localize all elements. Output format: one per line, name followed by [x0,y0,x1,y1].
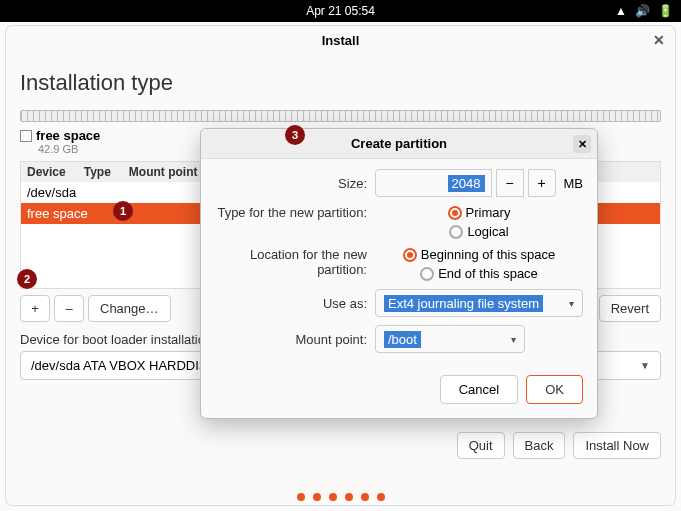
col-mount[interactable]: Mount point [129,165,198,179]
clock: Apr 21 05:54 [306,4,375,18]
network-icon[interactable]: ▲ [615,4,627,18]
location-label: Location for the new partition: [215,247,375,277]
free-space-checkbox[interactable] [20,130,32,142]
callout-2: 2 [17,269,37,289]
callout-1: 1 [113,201,133,221]
quit-button[interactable]: Quit [457,432,505,459]
radio-primary[interactable]: Primary [448,205,511,220]
size-input[interactable]: 2048 [375,169,492,197]
use-as-select[interactable]: Ext4 journaling file system ▾ [375,289,583,317]
callout-3: 3 [285,125,305,145]
radio-logical[interactable]: Logical [449,224,508,239]
revert-button[interactable]: Revert [599,295,661,322]
page-title: Installation type [20,70,661,96]
install-now-button[interactable]: Install Now [573,432,661,459]
use-as-label: Use as: [215,296,375,311]
ok-button[interactable]: OK [526,375,583,404]
create-partition-dialog: 3 Create partition ✕ Size: 2048 − + MB T… [200,128,598,419]
chevron-down-icon: ▾ [569,298,574,309]
back-button[interactable]: Back [513,432,566,459]
mount-point-select[interactable]: /boot ▾ [375,325,525,353]
close-icon[interactable]: ✕ [651,32,667,48]
change-partition-button[interactable]: Change… [88,295,171,322]
free-space-label: free space [36,128,100,143]
battery-icon[interactable]: 🔋 [658,4,673,18]
partition-ruler [20,110,661,122]
size-decrement-button[interactable]: − [496,169,524,197]
col-type[interactable]: Type [84,165,111,179]
remove-partition-button[interactable]: – [54,295,84,322]
mount-point-label: Mount point: [215,332,375,347]
volume-icon[interactable]: 🔊 [635,4,650,18]
size-increment-button[interactable]: + [528,169,556,197]
window-title: Install [322,33,360,48]
dialog-title: Create partition [351,136,447,151]
col-device[interactable]: Device [27,165,66,179]
window-titlebar: Install ✕ [6,26,675,54]
chevron-down-icon: ▼ [640,360,650,371]
progress-dots [6,493,675,501]
radio-beginning[interactable]: Beginning of this space [403,247,555,262]
dialog-close-icon[interactable]: ✕ [573,135,591,153]
size-unit: MB [564,176,584,191]
top-bar: Apr 21 05:54 ▲ 🔊 🔋 [0,0,681,22]
radio-end[interactable]: End of this space [420,266,538,281]
chevron-down-icon: ▾ [511,334,516,345]
add-partition-button[interactable]: + [20,295,50,322]
size-label: Size: [215,176,375,191]
cancel-button[interactable]: Cancel [440,375,518,404]
type-label: Type for the new partition: [215,205,375,220]
